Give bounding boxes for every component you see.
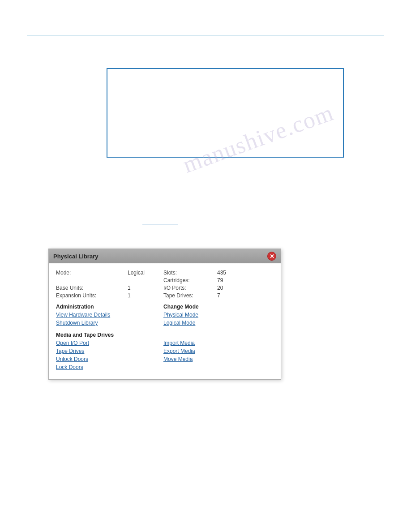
cartridges-value: 79 [217,277,244,283]
logical-mode-link[interactable]: Logical Mode [163,320,274,326]
cartridges-label: Cartridges: [163,277,217,283]
tape-drives-label: Tape Drives: [163,292,217,299]
content-box [107,68,344,158]
mode-label: Mode: [56,270,128,276]
top-divider [27,35,384,35]
import-media-link[interactable]: Import Media [163,340,274,346]
move-media-link[interactable]: Move Media [163,356,274,362]
tape-drives-link[interactable]: Tape Drives [56,348,163,354]
view-hardware-link[interactable]: View Hardware Details [56,312,163,318]
administration-header: Administration [56,304,94,310]
shutdown-library-link[interactable]: Shutdown Library [56,320,163,326]
media-tape-header: Media and Tape Drives [56,332,114,338]
open-io-port-link[interactable]: Open I/O Port [56,340,163,346]
expansion-units-value: 1 [128,292,163,299]
dialog-close-button[interactable]: ✕ [267,252,276,261]
dialog-titlebar: Physical Library ✕ [49,249,281,263]
dialog-title: Physical Library [53,253,98,260]
slots-label: Slots: [163,270,217,276]
expansion-units-label: Expansion Units: [56,292,128,299]
dialog-body: Mode: Logical Slots: 435 Cartridges: 79 … [49,263,281,379]
unlock-doors-link[interactable]: Unlock Doors [56,356,163,362]
base-units-value: 1 [128,285,163,291]
mode-value: Logical [128,270,163,276]
tape-drives-value: 7 [217,292,244,299]
base-units-label: Base Units: [56,285,128,291]
physical-library-dialog: Physical Library ✕ Mode: Logical Slots: … [48,249,281,380]
lock-doors-link[interactable]: Lock Doors [56,364,163,370]
slots-value: 435 [217,270,244,276]
physical-mode-link[interactable]: Physical Mode [163,312,274,318]
io-ports-label: I/O Ports: [163,285,217,291]
change-mode-header: Change Mode [163,304,199,310]
link-underline [142,224,178,224]
io-ports-value: 20 [217,285,244,291]
export-media-link[interactable]: Export Media [163,348,274,354]
